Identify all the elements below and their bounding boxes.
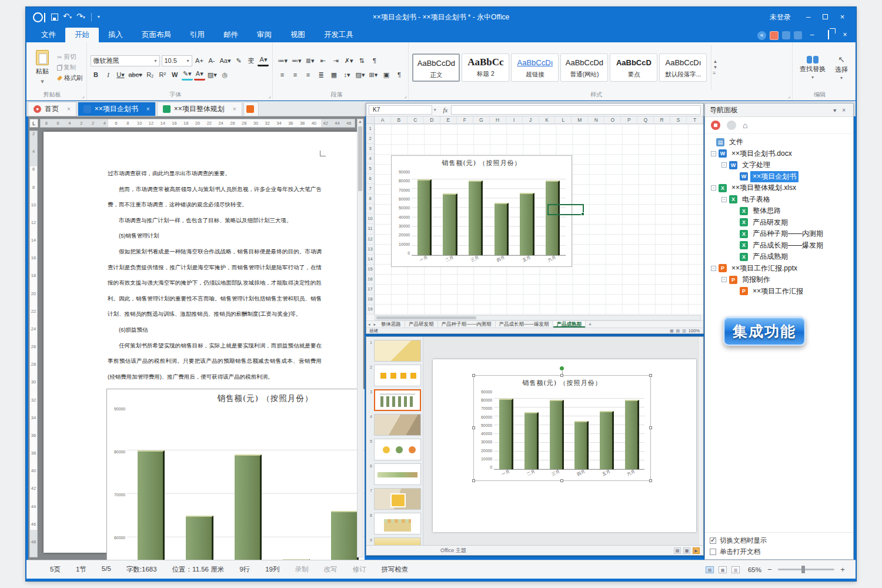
resize-handle[interactable] bbox=[560, 479, 563, 482]
style-card[interactable]: AaBbCcDı默认段落字... bbox=[659, 54, 707, 82]
resize-handle[interactable] bbox=[560, 374, 563, 377]
word-vertical-scrollbar[interactable]: ▲ bbox=[357, 119, 363, 557]
tree-item[interactable]: -X××项目整体规划.xlsx bbox=[705, 182, 853, 194]
text-highlight[interactable]: ✎▾ bbox=[182, 69, 193, 81]
row-headers[interactable]: 12345678910111213141516171819 bbox=[366, 124, 375, 315]
char-scale[interactable]: 变 bbox=[245, 55, 256, 66]
resize-handle[interactable] bbox=[472, 479, 475, 482]
excel-horizontal-scrollbar[interactable] bbox=[375, 315, 701, 320]
paragraph[interactable]: 过市场调查获得，由此均显示出市场调查的重要。 bbox=[108, 166, 322, 182]
sheet-nav-right-icon[interactable]: ▸ bbox=[372, 322, 378, 327]
checkbox-unchecked-icon[interactable] bbox=[710, 549, 716, 555]
status-item[interactable]: 拼写检查 bbox=[381, 565, 408, 574]
status-item[interactable]: 录制 bbox=[295, 565, 308, 574]
resize-handle[interactable] bbox=[472, 426, 475, 429]
tree-item[interactable]: X产品研发期 bbox=[705, 217, 853, 229]
word-sales-chart[interactable]: 销售额(元) （按照月份）900008000070000600005000040… bbox=[106, 389, 365, 560]
name-box-dropdown-icon[interactable]: ▾ bbox=[434, 108, 436, 112]
tree-item[interactable]: P××项目工作汇报 bbox=[705, 286, 853, 298]
format-painter-button[interactable]: 格式刷 bbox=[57, 74, 83, 82]
nav-back-icon[interactable] bbox=[727, 121, 736, 130]
status-item[interactable]: 5页 bbox=[50, 565, 61, 574]
status-item[interactable]: 修订 bbox=[352, 565, 366, 574]
resize-handle[interactable] bbox=[649, 426, 652, 429]
share-icon[interactable] bbox=[782, 31, 790, 39]
paragraph[interactable]: (5)销售管理计划 bbox=[108, 228, 322, 244]
select-button[interactable]: ↖ 选择▾ bbox=[831, 45, 851, 90]
decrease-indent[interactable]: ⇤ bbox=[318, 55, 329, 66]
expander-icon[interactable]: - bbox=[721, 197, 727, 202]
justify[interactable]: ≣ bbox=[315, 69, 326, 81]
redo-icon[interactable]: ↷▾ bbox=[76, 12, 85, 22]
slide-thumbnail[interactable]: 1 bbox=[368, 340, 421, 362]
tab-1[interactable]: 插入 bbox=[99, 28, 132, 42]
sheet-tab[interactable]: 产品研发期 bbox=[405, 321, 438, 328]
borders[interactable]: ⊞▾ bbox=[368, 69, 379, 81]
tree-item[interactable]: -P××项目工作汇报.pptx bbox=[705, 263, 853, 275]
slide-thumbnail[interactable]: 6 bbox=[368, 463, 421, 485]
status-item[interactable]: 9行 bbox=[239, 565, 250, 574]
excel-sales-chart[interactable]: 销售额(元) （按照月份）900008000070000600005000040… bbox=[391, 155, 572, 267]
excel-zoom-level[interactable]: 100% bbox=[689, 328, 700, 333]
tab-file[interactable]: 文件 bbox=[32, 28, 65, 42]
align-right[interactable]: ≡ bbox=[302, 69, 313, 81]
expander-icon[interactable]: - bbox=[711, 151, 716, 156]
tab-4[interactable]: 邮件 bbox=[214, 28, 248, 42]
resize-handle[interactable] bbox=[649, 479, 652, 482]
status-item[interactable]: 位置：11.56 厘米 bbox=[172, 565, 225, 574]
column-headers[interactable]: ABCDEFGHIJKLMNOPQRST bbox=[366, 116, 703, 124]
subscript[interactable]: R₂ bbox=[145, 69, 156, 81]
current-slide[interactable]: 销售额(元) （按照月份）900008000070000600005000040… bbox=[433, 359, 696, 532]
tree-item[interactable]: ▤文件 bbox=[705, 136, 853, 148]
save-icon[interactable] bbox=[51, 14, 58, 21]
doc-restore-button[interactable] bbox=[822, 30, 835, 41]
tree-item[interactable]: -X电子表格 bbox=[705, 194, 853, 206]
style-card[interactable]: AaBbCcDı超链接 bbox=[511, 54, 559, 82]
char-border[interactable]: A▾ bbox=[258, 55, 269, 66]
help-icon[interactable] bbox=[794, 31, 802, 39]
close-tab-icon[interactable]: × bbox=[233, 106, 236, 112]
resize-handle[interactable] bbox=[649, 374, 652, 377]
document-tab[interactable] bbox=[243, 102, 259, 116]
shading[interactable]: ▨▾ bbox=[354, 69, 366, 81]
login-status[interactable]: 未登录 bbox=[770, 12, 791, 22]
sort[interactable]: ⇅ bbox=[356, 55, 368, 66]
normal-view-icon[interactable]: ▤ bbox=[674, 547, 681, 554]
superscript[interactable]: R² bbox=[157, 69, 168, 81]
line-spacing[interactable]: ↕▾ bbox=[341, 69, 352, 81]
slide-thumbnail[interactable]: 4 bbox=[368, 414, 421, 436]
show-marks[interactable]: ¶ bbox=[369, 55, 380, 66]
paragraph[interactable]: 市场调查与推广计划一样，也包含了目标、策略以及细部计划三大项。 bbox=[108, 213, 322, 229]
zoom-level[interactable]: 65% bbox=[748, 566, 761, 573]
char-shading[interactable]: ▨▾ bbox=[206, 69, 218, 81]
outline-view-icon[interactable]: ▥ bbox=[731, 566, 740, 573]
expander-icon[interactable]: - bbox=[721, 277, 727, 282]
zoom-slider-thumb[interactable] bbox=[801, 566, 805, 573]
bullets[interactable]: ≔▾ bbox=[276, 55, 289, 66]
formula-input[interactable] bbox=[451, 105, 701, 115]
slide-thumbnail[interactable]: 8 bbox=[368, 513, 421, 534]
status-item[interactable]: 字数:1683 bbox=[126, 565, 157, 574]
dialog-launcher-icon[interactable]: ⌟ bbox=[82, 93, 84, 99]
paragraph[interactable]: 假如把策划书看成是一种陆海空联合作战战略，销售目标便是最终的目的。市场调查计划是… bbox=[108, 244, 322, 322]
nav-close-icon[interactable]: × bbox=[839, 107, 848, 113]
strikethrough[interactable]: abc▾ bbox=[128, 69, 143, 81]
close-tab-icon[interactable]: × bbox=[146, 106, 150, 112]
slide-thumbnail[interactable]: 5 bbox=[368, 439, 421, 460]
cut-button[interactable]: ✂剪切 bbox=[57, 53, 83, 61]
document-tab[interactable]: ××项目企划书× bbox=[78, 102, 156, 116]
fx-icon[interactable]: fx bbox=[443, 106, 448, 113]
selected-chart-object[interactable]: 销售额(元) （按照月份）900008000070000600005000040… bbox=[474, 376, 650, 480]
maximize-button[interactable] bbox=[817, 11, 833, 24]
page-view-icon[interactable]: ▤ bbox=[706, 566, 714, 573]
text-effects[interactable]: W bbox=[169, 69, 181, 81]
shrink-font[interactable]: A- bbox=[206, 55, 218, 66]
pinyin-guide[interactable]: ✎ bbox=[233, 55, 244, 66]
zoom-out-icon[interactable]: − bbox=[766, 565, 773, 574]
tree-item[interactable]: -W××项目企划书.docx bbox=[705, 148, 853, 160]
nav-home-icon[interactable]: ⌂ bbox=[743, 121, 747, 130]
sheet-tab[interactable]: 产品种子期——内测期 bbox=[438, 321, 496, 328]
selected-cell[interactable] bbox=[547, 204, 584, 215]
slide-thumbnail[interactable]: 7 bbox=[368, 488, 421, 510]
sheet-tab[interactable]: 整体思路 bbox=[377, 321, 405, 328]
